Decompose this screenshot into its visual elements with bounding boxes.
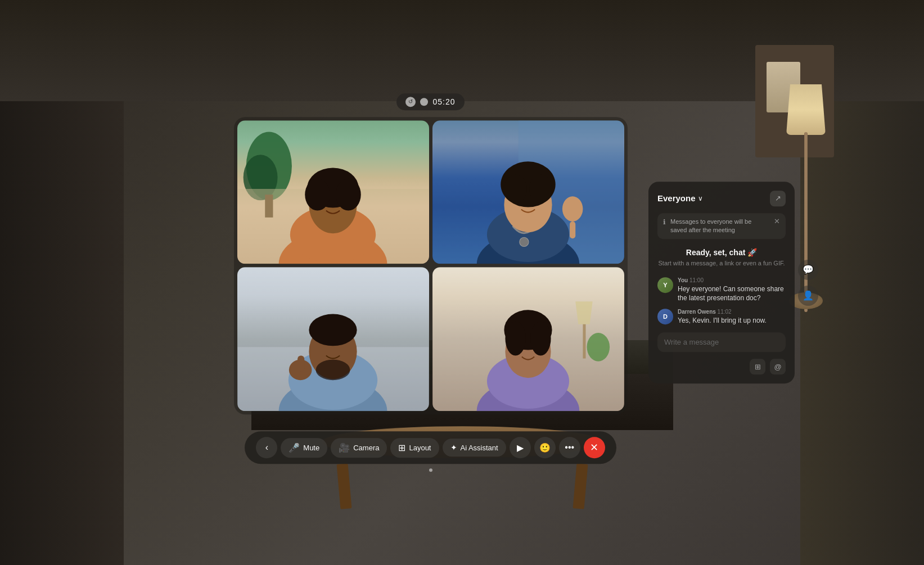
video-cell-2 — [432, 120, 624, 264]
gif-icon: ⊞ — [755, 363, 761, 371]
chat-intro: Ready, set, chat 🚀 Start with a message,… — [657, 246, 786, 270]
svg-rect-32 — [583, 324, 585, 359]
layout-icon: ⊞ — [398, 442, 405, 453]
more-icon: ••• — [565, 442, 574, 453]
emoji-button[interactable]: 🙂 — [534, 437, 556, 458]
chat-notice: ℹ Messages to everyone will be saved aft… — [657, 213, 786, 239]
message-item: Y You 11:00 Hey everyone! Can someone sh… — [657, 277, 786, 304]
screen-share-button[interactable]: ▶ — [510, 437, 531, 458]
svg-point-38 — [505, 322, 526, 356]
message-meta-2: Darren Owens 11:02 — [678, 309, 786, 315]
svg-rect-20 — [570, 221, 575, 238]
mention-button[interactable]: @ — [770, 359, 786, 374]
chat-bottom-icons: ⊞ @ — [657, 359, 786, 374]
svg-point-29 — [309, 314, 357, 346]
camera-label: Camera — [353, 444, 379, 452]
timer-record-icon — [420, 98, 428, 106]
svg-rect-26 — [298, 356, 304, 372]
chat-header: Everyone ∨ ↗ — [657, 191, 786, 206]
back-icon: ‹ — [265, 442, 268, 453]
message-list: Y You 11:00 Hey everyone! Can someone sh… — [657, 277, 786, 326]
ai-icon: ✦ — [450, 443, 457, 452]
video-cell-4 — [432, 268, 624, 412]
svg-point-39 — [530, 322, 551, 356]
chat-panel: Everyone ∨ ↗ ℹ Messages to everyone will… — [648, 182, 795, 384]
dot-indicator — [429, 468, 432, 472]
chat-sidebar-icon: 💬 — [803, 264, 814, 275]
svg-point-18 — [529, 174, 552, 203]
controls-bar: ‹ 🎤 Mute 🎥 Camera ⊞ Layout ✦ Ai Assistan… — [245, 431, 616, 464]
mute-button[interactable]: 🎤 Mute — [281, 438, 327, 458]
chat-intro-subtitle: Start with a message, a link or even a f… — [657, 260, 786, 268]
people-sidebar-button[interactable]: 👤 — [798, 286, 818, 306]
video-area: ↺ 05:20 — [234, 93, 628, 472]
mention-icon: @ — [774, 363, 781, 371]
message-item-2: D Darren Owens 11:02 Yes, Kevin. I'll br… — [657, 309, 786, 326]
message-input-area[interactable] — [657, 332, 786, 352]
timer-pill: ↺ 05:20 — [396, 93, 464, 110]
right-sidebar: 💬 👤 — [798, 260, 818, 306]
chat-sidebar-button[interactable]: 💬 — [798, 260, 818, 280]
svg-marker-31 — [575, 301, 592, 324]
message-text-2: Yes, Kevin. I'll bring it up now. — [678, 316, 786, 326]
mute-label: Mute — [303, 444, 319, 452]
layout-label: Layout — [409, 444, 431, 452]
message-sender-1: You — [678, 277, 688, 283]
chat-recipient-name: Everyone — [657, 193, 696, 203]
svg-point-14 — [519, 237, 528, 246]
message-sender-2: Darren Owens — [678, 309, 716, 315]
timer-display: 05:20 — [432, 97, 455, 106]
ai-assistant-button[interactable]: ✦ Ai Assistant — [443, 439, 506, 456]
notice-text: Messages to everyone will be saved after… — [670, 218, 769, 235]
message-content-1: You 11:00 Hey everyone! Can someone shar… — [678, 277, 786, 304]
end-call-button[interactable]: ✕ — [584, 437, 605, 458]
message-content-2: Darren Owens 11:02 Yes, Kevin. I'll brin… — [678, 309, 786, 326]
screen-share-icon: ▶ — [517, 442, 524, 453]
message-input[interactable] — [664, 338, 779, 346]
message-meta-1: You 11:00 — [678, 277, 786, 283]
export-icon: ↗ — [775, 194, 781, 202]
back-button[interactable]: ‹ — [256, 437, 277, 458]
video-cell-3 — [237, 268, 429, 412]
svg-point-19 — [562, 196, 583, 222]
message-text-1: Hey everyone! Can someone share the late… — [678, 284, 786, 304]
svg-point-28 — [315, 360, 350, 381]
avatar-you: Y — [657, 277, 673, 293]
chevron-down-icon: ∨ — [698, 195, 703, 202]
svg-point-8 — [305, 178, 330, 210]
lamp-shade — [786, 84, 826, 135]
gif-button[interactable]: ⊞ — [750, 359, 765, 374]
people-sidebar-icon: 👤 — [803, 290, 814, 301]
more-button[interactable]: ••• — [559, 437, 580, 458]
timer-bar: ↺ 05:20 — [234, 93, 628, 110]
video-grid — [234, 117, 628, 415]
microphone-icon: 🎤 — [289, 442, 300, 453]
info-icon: ℹ — [663, 218, 666, 226]
avatar-darren: D — [657, 309, 673, 324]
svg-point-33 — [587, 333, 610, 361]
notice-close-button[interactable]: ✕ — [774, 218, 780, 225]
chat-intro-title: Ready, set, chat 🚀 — [657, 248, 786, 257]
emoji-icon: 🙂 — [539, 442, 551, 453]
camera-icon: 🎥 — [339, 442, 350, 453]
chat-export-button[interactable]: ↗ — [770, 191, 786, 206]
camera-button[interactable]: 🎥 Camera — [331, 438, 387, 458]
message-time-2: 11:02 — [718, 309, 732, 315]
page-dot — [429, 468, 432, 472]
end-call-icon: ✕ — [590, 441, 598, 454]
message-time-1: 11:00 — [689, 277, 704, 283]
ai-label: Ai Assistant — [461, 444, 498, 452]
svg-point-17 — [504, 174, 527, 203]
chat-recipient-selector[interactable]: Everyone ∨ — [657, 193, 703, 203]
layout-button[interactable]: ⊞ Layout — [390, 438, 439, 458]
video-cell-1 — [237, 120, 429, 264]
timer-rotate-icon: ↺ — [405, 97, 416, 107]
svg-point-9 — [336, 178, 361, 210]
